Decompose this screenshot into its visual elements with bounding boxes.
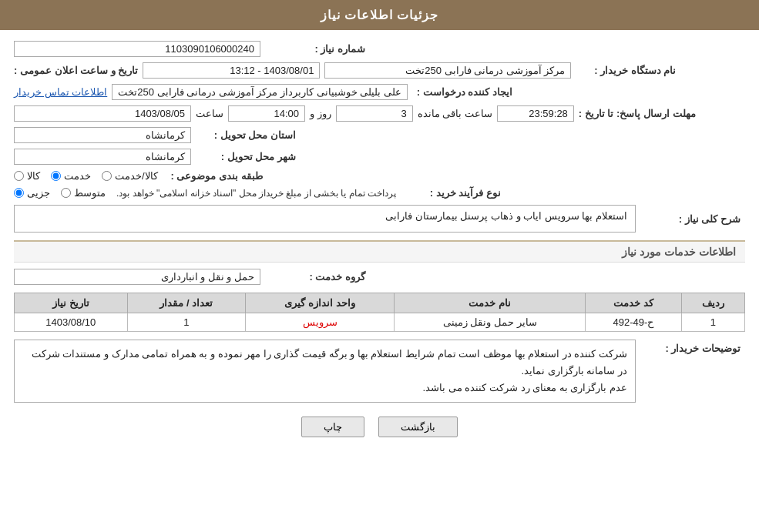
- category-kala-khidmat[interactable]: کالا/خدمت: [102, 170, 158, 182]
- city-row: شهر محل تحویل : کرمانشاه: [14, 149, 745, 165]
- description-row: شرح کلی نیاز : استعلام بها سرویس ایاب و …: [14, 205, 745, 233]
- request-number-row: شماره نیاز : 1103090106000240: [14, 41, 745, 57]
- buyer-notes-value: شرکت کننده در استعلام بها موظف است تمام …: [14, 340, 636, 403]
- city-label: شهر محل تحویل :: [196, 151, 296, 162]
- remaining-days-value: 3: [336, 105, 413, 122]
- deadline-date-value: 1403/08/05: [14, 105, 191, 122]
- back-button[interactable]: بازگشت: [378, 417, 458, 437]
- category-label: طبقه بندی موضوعی :: [163, 170, 263, 182]
- bottom-buttons: بازگشت چاپ: [14, 417, 745, 437]
- cell-service-name: سایر حمل ونقل زمینی: [395, 313, 586, 332]
- cell-service-code: ح-49-492: [586, 313, 682, 332]
- category-khidmat[interactable]: خدمت: [51, 170, 91, 182]
- service-group-label: گروه خدمت :: [265, 271, 365, 283]
- requester-label: ایجاد کننده درخواست :: [412, 86, 512, 98]
- services-table: ردیف کد خدمت نام خدمت واحد اندازه گیری ت…: [14, 293, 745, 332]
- deadline-row: مهلت ارسال پاسخ: تا تاریخ : 23:59:28 ساع…: [14, 105, 745, 122]
- buyer-notes-text: شرکت کننده در استعلام بها موظف است تمام …: [32, 348, 627, 393]
- col-header-date: تاریخ نیاز: [15, 293, 128, 313]
- category-radio-group: کالا/خدمت خدمت کالا: [14, 170, 158, 182]
- category-row: طبقه بندی موضوعی : کالا/خدمت خدمت کالا: [14, 170, 745, 182]
- purchase-type-row: نوع فرآیند خرید : پرداخت تمام یا بخشی از…: [14, 187, 745, 199]
- radio-kala-khidmat[interactable]: [102, 171, 112, 181]
- services-section-header: اطلاعات خدمات مورد نیاز: [14, 240, 745, 263]
- requester-row: ایجاد کننده درخواست : علی بلیلی خوشبیانی…: [14, 84, 745, 100]
- col-header-row: ردیف: [681, 293, 744, 313]
- service-group-value: حمل و نقل و انبارداری: [14, 269, 260, 285]
- col-header-unit: واحد اندازه گیری: [245, 293, 394, 313]
- remaining-time-value: 23:59:28: [497, 105, 574, 122]
- cell-unit: سرویس: [245, 313, 394, 332]
- reply-deadline-label: مهلت ارسال پاسخ: تا تاریخ :: [579, 108, 696, 119]
- purchase-note-text: پرداخت تمام یا بخشی از مبلغ خریداز محل "…: [116, 188, 396, 199]
- days-label: روز و: [310, 108, 331, 119]
- announce-date-value: 1403/08/01 - 13:12: [143, 62, 320, 79]
- category-kala-label: کالا: [27, 170, 40, 182]
- services-table-section: ردیف کد خدمت نام خدمت واحد اندازه گیری ت…: [14, 293, 745, 332]
- radio-partial[interactable]: [14, 188, 24, 198]
- col-header-qty: تعداد / مقدار: [127, 293, 245, 313]
- description-section: شرح کلی نیاز : استعلام بها سرویس ایاب و …: [14, 205, 745, 233]
- province-value: کرمانشاه: [14, 127, 191, 143]
- description-label: شرح کلی نیاز :: [640, 213, 741, 225]
- cell-row-num: 1: [681, 313, 744, 332]
- purchase-type-partial-label: جزیی: [27, 187, 50, 199]
- description-value: استعلام بها سرویس ایاب و ذهاب پرسنل بیما…: [14, 205, 636, 233]
- time-label: ساعت: [196, 108, 223, 119]
- service-group-row: گروه خدمت : حمل و نقل و انبارداری: [14, 269, 745, 285]
- remaining-label: ساعت باقی مانده: [418, 108, 492, 119]
- announce-date-label: تاریخ و ساعت اعلان عمومی :: [14, 65, 138, 76]
- category-kala-khidmat-label: کالا/خدمت: [115, 170, 158, 182]
- cell-date: 1403/08/10: [15, 313, 128, 332]
- province-label: استان محل تحویل :: [196, 129, 296, 141]
- request-number-value: 1103090106000240: [14, 41, 260, 57]
- requester-value: علی بلیلی خوشبیانی کاربرداز مرکز آموزشی …: [112, 84, 408, 100]
- col-header-service-name: نام خدمت: [395, 293, 586, 313]
- category-khidmat-label: خدمت: [64, 170, 91, 182]
- table-row: 1 ح-49-492 سایر حمل ونقل زمینی سرویس 1 1…: [15, 313, 745, 332]
- purchase-type-medium[interactable]: متوسط: [61, 187, 106, 199]
- radio-kala[interactable]: [14, 171, 24, 181]
- city-value: کرمانشاه: [14, 149, 191, 165]
- buyer-org-label: نام دستگاه خریدار :: [576, 65, 676, 76]
- col-header-service-code: کد خدمت: [586, 293, 682, 313]
- page-header: جزئیات اطلاعات نیاز: [0, 0, 759, 30]
- announce-buyer-row: نام دستگاه خریدار : مرکز آموزشی درمانی ف…: [14, 62, 745, 79]
- radio-medium[interactable]: [61, 188, 71, 198]
- content-area: شماره نیاز : 1103090106000240 نام دستگاه…: [0, 30, 759, 456]
- contact-info-link[interactable]: اطلاعات تماس خریدار: [14, 86, 107, 98]
- category-kala[interactable]: کالا: [14, 170, 40, 182]
- print-button[interactable]: چاپ: [301, 417, 364, 437]
- deadline-time-value: 14:00: [228, 105, 305, 122]
- page-title: جزئیات اطلاعات نیاز: [321, 8, 439, 22]
- remaining-time-group: 23:59:28 ساعت باقی مانده 3 روز و 14:00 س…: [14, 105, 574, 122]
- buyer-org-value: مرکز آموزشی درمانی فارابی 250تخت: [324, 62, 571, 79]
- buyer-notes-label: توضیحات خریدار :: [640, 340, 741, 354]
- buyer-notes-row: توضیحات خریدار : شرکت کننده در استعلام ب…: [14, 340, 745, 403]
- purchase-type-label: نوع فرآیند خرید :: [401, 187, 501, 199]
- purchase-type-radio-group: پرداخت تمام یا بخشی از مبلغ خریداز محل "…: [14, 187, 396, 199]
- request-number-label: شماره نیاز :: [265, 43, 365, 55]
- purchase-type-partial[interactable]: جزیی: [14, 187, 50, 199]
- page-container: جزئیات اطلاعات نیاز شماره نیاز : 1103090…: [0, 0, 759, 532]
- purchase-type-medium-label: متوسط: [74, 187, 106, 199]
- province-row: استان محل تحویل : کرمانشاه: [14, 127, 745, 143]
- radio-khidmat[interactable]: [51, 171, 61, 181]
- cell-qty: 1: [127, 313, 245, 332]
